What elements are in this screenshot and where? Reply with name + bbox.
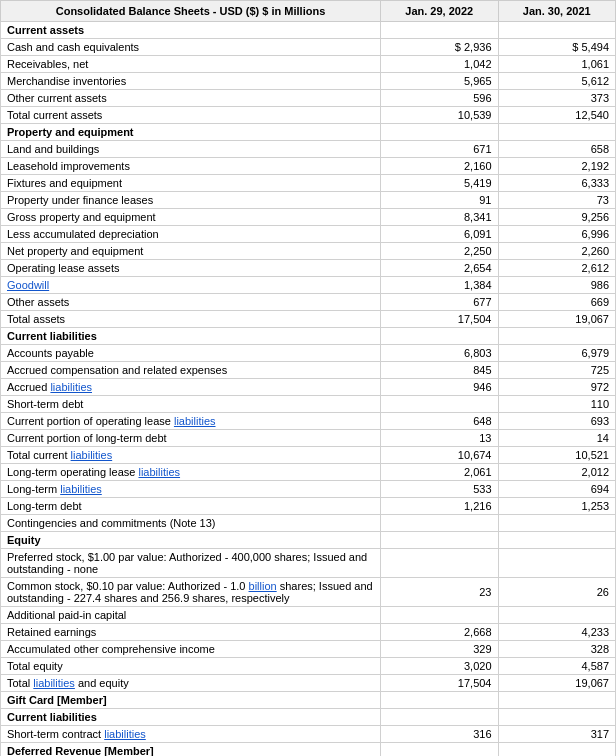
row-val2-5: 12,540 xyxy=(498,107,616,124)
row-val1-5: 10,539 xyxy=(381,107,499,124)
row-val2-0 xyxy=(498,22,616,39)
row-label-23: Current portion of operating lease liabi… xyxy=(1,413,381,430)
row-val2-9: 6,333 xyxy=(498,175,616,192)
row-val1-17: 17,504 xyxy=(381,311,499,328)
row-val2-14: 2,612 xyxy=(498,260,616,277)
row-val1-31 xyxy=(381,549,499,578)
row-val2-25: 10,521 xyxy=(498,447,616,464)
table-header-col1: Jan. 29, 2022 xyxy=(381,1,499,22)
row-val1-6 xyxy=(381,124,499,141)
row-val2-12: 6,996 xyxy=(498,226,616,243)
row-label-19: Accounts payable xyxy=(1,345,381,362)
row-label-15: Goodwill xyxy=(1,277,381,294)
row-label-22: Short-term debt xyxy=(1,396,381,413)
row-val2-13: 2,260 xyxy=(498,243,616,260)
row-label-6: Property and equipment xyxy=(1,124,381,141)
row-label-33: Additional paid-in capital xyxy=(1,607,381,624)
row-val1-38 xyxy=(381,692,499,709)
row-val1-16: 677 xyxy=(381,294,499,311)
row-label-0: Current assets xyxy=(1,22,381,39)
row-label-5: Total current assets xyxy=(1,107,381,124)
row-val2-29 xyxy=(498,515,616,532)
row-val1-22 xyxy=(381,396,499,413)
row-label-13: Net property and equipment xyxy=(1,243,381,260)
row-val2-39 xyxy=(498,709,616,726)
row-val1-15: 1,384 xyxy=(381,277,499,294)
row-val2-1: $ 5,494 xyxy=(498,39,616,56)
row-label-39: Current liabilities xyxy=(1,709,381,726)
row-val1-13: 2,250 xyxy=(381,243,499,260)
row-label-12: Less accumulated depreciation xyxy=(1,226,381,243)
row-val2-6 xyxy=(498,124,616,141)
row-val1-18 xyxy=(381,328,499,345)
row-val2-2: 1,061 xyxy=(498,56,616,73)
row-val2-23: 693 xyxy=(498,413,616,430)
row-label-20: Accrued compensation and related expense… xyxy=(1,362,381,379)
row-val1-10: 91 xyxy=(381,192,499,209)
row-val1-32: 23 xyxy=(381,578,499,607)
row-val2-21: 972 xyxy=(498,379,616,396)
row-val1-26: 2,061 xyxy=(381,464,499,481)
row-val2-28: 1,253 xyxy=(498,498,616,515)
row-val2-36: 4,587 xyxy=(498,658,616,675)
row-val1-19: 6,803 xyxy=(381,345,499,362)
row-val1-7: 671 xyxy=(381,141,499,158)
row-label-37: Total liabilities and equity xyxy=(1,675,381,692)
row-label-4: Other current assets xyxy=(1,90,381,107)
row-val1-28: 1,216 xyxy=(381,498,499,515)
row-val2-18 xyxy=(498,328,616,345)
row-val2-20: 725 xyxy=(498,362,616,379)
row-val1-39 xyxy=(381,709,499,726)
row-label-26: Long-term operating lease liabilities xyxy=(1,464,381,481)
row-label-34: Retained earnings xyxy=(1,624,381,641)
row-val1-25: 10,674 xyxy=(381,447,499,464)
row-val1-1: $ 2,936 xyxy=(381,39,499,56)
row-label-32: Common stock, $0.10 par value: Authorize… xyxy=(1,578,381,607)
row-val1-2: 1,042 xyxy=(381,56,499,73)
row-label-9: Fixtures and equipment xyxy=(1,175,381,192)
row-label-28: Long-term debt xyxy=(1,498,381,515)
table-header-col2: Jan. 30, 2021 xyxy=(498,1,616,22)
row-val2-15: 986 xyxy=(498,277,616,294)
row-val1-9: 5,419 xyxy=(381,175,499,192)
row-label-21: Accrued liabilities xyxy=(1,379,381,396)
row-label-2: Receivables, net xyxy=(1,56,381,73)
row-val1-29 xyxy=(381,515,499,532)
row-val1-14: 2,654 xyxy=(381,260,499,277)
row-val2-11: 9,256 xyxy=(498,209,616,226)
row-val1-21: 946 xyxy=(381,379,499,396)
row-label-18: Current liabilities xyxy=(1,328,381,345)
row-val2-24: 14 xyxy=(498,430,616,447)
row-val2-35: 328 xyxy=(498,641,616,658)
row-val1-30 xyxy=(381,532,499,549)
row-val2-19: 6,979 xyxy=(498,345,616,362)
row-label-31: Preferred stock, $1.00 par value: Author… xyxy=(1,549,381,578)
row-label-3: Merchandise inventories xyxy=(1,73,381,90)
row-val2-27: 694 xyxy=(498,481,616,498)
row-val1-11: 8,341 xyxy=(381,209,499,226)
row-label-8: Leasehold improvements xyxy=(1,158,381,175)
row-val2-8: 2,192 xyxy=(498,158,616,175)
row-val2-32: 26 xyxy=(498,578,616,607)
row-val1-36: 3,020 xyxy=(381,658,499,675)
row-val2-30 xyxy=(498,532,616,549)
row-val2-34: 4,233 xyxy=(498,624,616,641)
row-label-29: Contingencies and commitments (Note 13) xyxy=(1,515,381,532)
balance-sheet-table: Consolidated Balance Sheets - USD ($) $ … xyxy=(0,0,616,756)
row-val1-23: 648 xyxy=(381,413,499,430)
row-val1-8: 2,160 xyxy=(381,158,499,175)
row-label-16: Other assets xyxy=(1,294,381,311)
row-label-25: Total current liabilities xyxy=(1,447,381,464)
row-val2-4: 373 xyxy=(498,90,616,107)
row-label-24: Current portion of long-term debt xyxy=(1,430,381,447)
row-val1-20: 845 xyxy=(381,362,499,379)
row-val1-24: 13 xyxy=(381,430,499,447)
row-label-17: Total assets xyxy=(1,311,381,328)
row-label-7: Land and buildings xyxy=(1,141,381,158)
row-val2-10: 73 xyxy=(498,192,616,209)
row-val1-40: 316 xyxy=(381,726,499,743)
row-val1-33 xyxy=(381,607,499,624)
row-val2-7: 658 xyxy=(498,141,616,158)
row-label-35: Accumulated other comprehensive income xyxy=(1,641,381,658)
row-val2-41 xyxy=(498,743,616,757)
